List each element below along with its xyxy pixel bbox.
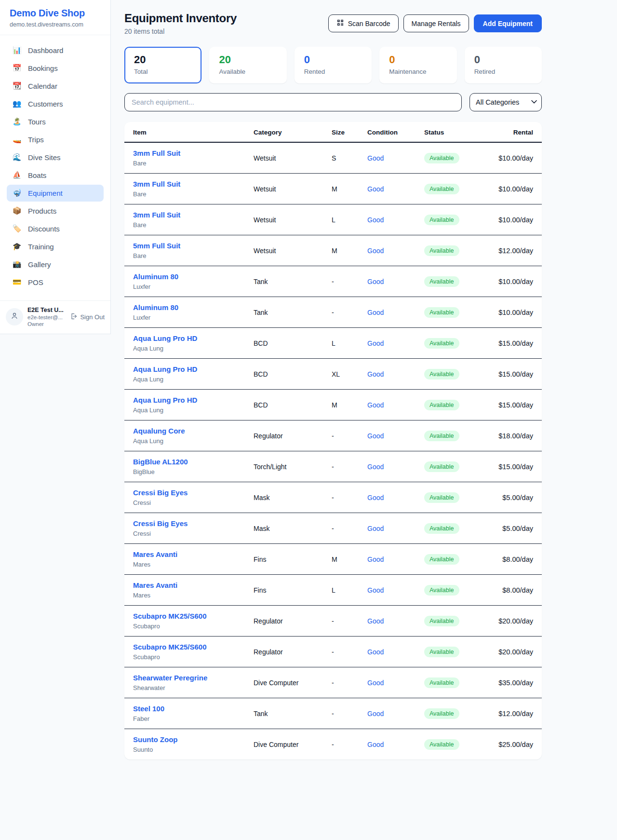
item-link-aqua-lung-pro-hd[interactable]: Aqua Lung Pro HD (133, 365, 197, 373)
sidebar-item-label: Boats (28, 171, 46, 179)
table-row: Aluminum 80 Luxfer Tank - Good Available (124, 266, 542, 297)
item-link-suunto-zoop[interactable]: Suunto Zoop (133, 735, 177, 744)
item-rental: $10.00/day (489, 174, 542, 204)
add-equipment-label: Add Equipment (483, 20, 533, 27)
boats-icon: ⛵ (12, 172, 22, 179)
condition-link[interactable]: Good (367, 370, 384, 378)
item-link-3mm-full-suit[interactable]: 3mm Full Suit (133, 180, 180, 188)
sidebar-item-trips[interactable]: 🚤 Trips (7, 131, 104, 148)
brand[interactable]: Demo Dive Shop demo.test.divestreams.com (0, 0, 110, 35)
sidebar-item-products[interactable]: 📦 Products (7, 203, 104, 219)
item-link-shearwater-peregrine[interactable]: Shearwater Peregrine (133, 674, 207, 682)
category-select-wrap: All Categories (469, 93, 542, 111)
sidebar-item-pos[interactable]: 💳 POS (7, 274, 104, 291)
condition-link[interactable]: Good (367, 555, 384, 563)
item-link-cressi-big-eyes[interactable]: Cressi Big Eyes (133, 519, 188, 528)
condition-link[interactable]: Good (367, 741, 384, 748)
condition-link[interactable]: Good (367, 185, 384, 193)
item-rental: $10.00/day (489, 204, 542, 235)
sidebar-item-customers[interactable]: 👥 Customers (7, 95, 104, 112)
manage-rentals-button[interactable]: Manage Rentals (403, 14, 469, 32)
condition-link[interactable]: Good (367, 432, 384, 440)
sidebar-item-gallery[interactable]: 📸 Gallery (7, 256, 104, 273)
condition-link[interactable]: Good (367, 679, 384, 687)
item-link-steel-100[interactable]: Steel 100 (133, 705, 164, 713)
condition-link[interactable]: Good (367, 278, 384, 285)
sidebar-item-discounts[interactable]: 🏷️ Discounts (7, 220, 104, 237)
item-category: Wetsuit (245, 174, 323, 204)
condition-link[interactable]: Good (367, 309, 384, 316)
item-link-mares-avanti[interactable]: Mares Avanti (133, 550, 177, 558)
avatar (6, 308, 23, 325)
item-rental: $12.00/day (489, 698, 542, 729)
item-link-3mm-full-suit[interactable]: 3mm Full Suit (133, 211, 180, 219)
scan-barcode-label: Scan Barcode (348, 20, 390, 27)
item-link-scubapro-mk25-s600[interactable]: Scubapro MK25/S600 (133, 643, 207, 651)
stat-card-available[interactable]: 20 Available (209, 47, 286, 83)
item-link-cressi-big-eyes[interactable]: Cressi Big Eyes (133, 488, 188, 497)
user-name: E2E Test U... (27, 307, 64, 313)
stat-card-rented[interactable]: 0 Rented (295, 47, 372, 83)
condition-link[interactable]: Good (367, 710, 384, 718)
item-link-bigblue-al1200[interactable]: BigBlue AL1200 (133, 458, 188, 466)
condition-link[interactable]: Good (367, 216, 384, 224)
condition-link[interactable]: Good (367, 494, 384, 501)
item-category: Tank (245, 266, 323, 297)
condition-link[interactable]: Good (367, 648, 384, 656)
status-badge: Available (424, 400, 459, 410)
search-input[interactable] (124, 93, 462, 111)
status-badge: Available (424, 647, 459, 657)
condition-link[interactable]: Good (367, 339, 384, 347)
add-equipment-button[interactable]: Add Equipment (474, 14, 542, 32)
item-link-mares-avanti[interactable]: Mares Avanti (133, 581, 177, 589)
item-link-aqualung-core[interactable]: Aqualung Core (133, 427, 185, 435)
category-select[interactable]: All Categories (469, 93, 542, 111)
stat-card-total[interactable]: 20 Total (124, 47, 201, 83)
stat-card-maintenance[interactable]: 0 Maintenance (379, 47, 456, 83)
brand-name[interactable]: Demo Dive Shop (10, 8, 101, 19)
table-row: 3mm Full Suit Bare Wetsuit L Good Availa… (124, 204, 542, 235)
item-brand: Mares (133, 592, 236, 599)
condition-link[interactable]: Good (367, 525, 384, 532)
item-size: - (323, 637, 359, 667)
item-size: - (323, 297, 359, 328)
table-row: Suunto Zoop Suunto Dive Computer - Good … (124, 729, 542, 760)
condition-link[interactable]: Good (367, 247, 384, 255)
condition-link[interactable]: Good (367, 617, 384, 625)
status-badge: Available (424, 523, 459, 534)
condition-link[interactable]: Good (367, 586, 384, 594)
sidebar-item-boats[interactable]: ⛵ Boats (7, 167, 104, 184)
condition-link[interactable]: Good (367, 463, 384, 471)
item-link-scubapro-mk25-s600[interactable]: Scubapro MK25/S600 (133, 612, 207, 620)
item-size: - (323, 266, 359, 297)
sign-out-button[interactable]: Sign Out (70, 312, 105, 322)
status-badge: Available (424, 431, 459, 441)
scan-barcode-button[interactable]: Scan Barcode (328, 14, 399, 32)
status-badge: Available (424, 276, 459, 287)
item-link-aqua-lung-pro-hd[interactable]: Aqua Lung Pro HD (133, 334, 197, 342)
table-row: Aqua Lung Pro HD Aqua Lung BCD L Good Av… (124, 328, 542, 359)
condition-link[interactable]: Good (367, 154, 384, 162)
sidebar-item-tours[interactable]: 🏝️ Tours (7, 113, 104, 130)
sidebar-item-equipment[interactable]: 🤿 Equipment (7, 185, 104, 202)
item-link-aluminum-80[interactable]: Aluminum 80 (133, 303, 178, 312)
sidebar-item-training[interactable]: 🎓 Training (7, 238, 104, 255)
stat-value: 0 (474, 54, 532, 66)
item-link-3mm-full-suit[interactable]: 3mm Full Suit (133, 149, 180, 157)
column-header-rental: Rental (489, 122, 542, 142)
condition-link[interactable]: Good (367, 401, 384, 409)
item-link-aluminum-80[interactable]: Aluminum 80 (133, 272, 178, 281)
sidebar-item-bookings[interactable]: 📅 Bookings (7, 60, 104, 77)
item-brand: Aqua Lung (133, 406, 236, 414)
page-header-text: Equipment Inventory 20 items total (124, 12, 237, 35)
item-link-aqua-lung-pro-hd[interactable]: Aqua Lung Pro HD (133, 396, 197, 404)
item-link-5mm-full-suit[interactable]: 5mm Full Suit (133, 242, 180, 250)
item-brand: Bare (133, 190, 236, 198)
sidebar-item-calendar[interactable]: 📆 Calendar (7, 78, 104, 95)
sidebar-item-dashboard[interactable]: 📊 Dashboard (7, 42, 104, 59)
sidebar-item-dive-sites[interactable]: 🌊 Dive Sites (7, 149, 104, 166)
stat-card-retired[interactable]: 0 Retired (465, 47, 542, 83)
item-category: Tank (245, 297, 323, 328)
item-brand: Bare (133, 252, 236, 259)
bookings-icon: 📅 (12, 65, 22, 72)
